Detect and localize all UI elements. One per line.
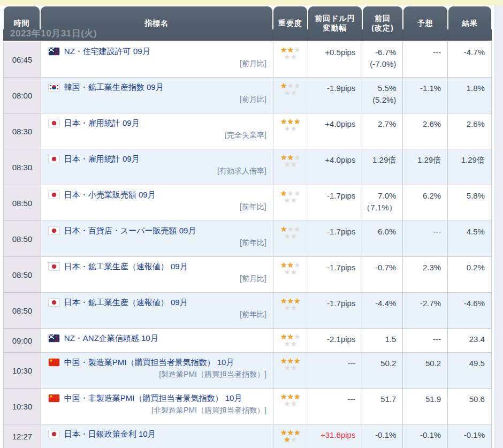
indicator-subtype: [前月比] — [49, 57, 266, 69]
previous-value: -0.1% — [362, 429, 396, 441]
star-icon: ★ — [284, 399, 291, 408]
star-icon: ★ — [291, 160, 298, 169]
star-icon: ★ — [284, 303, 291, 312]
time-cell: 08:30 — [4, 113, 41, 149]
column-header-indicator: 指標名 — [41, 6, 272, 40]
star-icon: ★ — [291, 124, 298, 133]
star-icon: ★ — [291, 399, 298, 408]
star-icon: ★ — [291, 435, 298, 444]
result-cell: 50.6 — [447, 389, 491, 424]
previous-value: -0.7% — [362, 262, 396, 274]
previous-value: 51.7 — [362, 393, 396, 405]
indicator-subtype: [完全失業率] — [49, 129, 266, 141]
column-header-label: 時間 — [14, 18, 30, 28]
table-row: 08:30 日本・雇用統計 09月 [完全失業率] ★★★★★ +4.0pips… — [3, 113, 492, 149]
pips-cell: --- — [308, 389, 362, 424]
indicator-link[interactable]: 日本・百貨店・スーパー販売額 09月 — [64, 225, 196, 237]
previous-cell: -0.7% — [362, 257, 402, 292]
indicator-subtype: [前年比] — [49, 308, 266, 320]
previous-revised-value: (5.2%) — [362, 94, 396, 106]
importance-stars: ★★★★★ — [273, 389, 308, 424]
star-icon: ★ — [291, 339, 298, 348]
indicator-link[interactable]: 日本・雇用統計 09月 — [64, 153, 140, 165]
column-header-label: 変動幅 — [323, 23, 347, 33]
country-flag-icon — [49, 394, 59, 402]
forecast-cell: 51.9 — [402, 389, 447, 424]
previous-value: 5.5% — [362, 82, 396, 94]
forecast-cell: 6.2% — [402, 185, 447, 221]
country-flag-icon — [49, 48, 59, 55]
star-icon: ★ — [284, 363, 291, 372]
indicator-link[interactable]: 中国・製造業PMI（購買担当者景気指数） 10月 — [64, 356, 234, 368]
result-cell: -4.6% — [447, 293, 491, 328]
indicator-cell: 日本・鉱工業生産（速報値） 09月 [前年比] — [41, 293, 273, 328]
forecast-cell: --- — [402, 221, 447, 256]
table-row: 09:00 NZ・ANZ企業信頼感 10月 ★★★★★ -2.1pips 1.5… — [3, 329, 492, 353]
previous-value: -6.7% — [362, 47, 396, 58]
pips-cell: -1.7pips — [308, 293, 362, 328]
star-icon: ★ — [291, 88, 298, 97]
indicator-link[interactable]: 日本・鉱工業生産（速報値） 09月 — [64, 261, 188, 272]
star-icon: ★ — [291, 232, 298, 240]
column-header-label: 結果 — [462, 18, 478, 28]
vertical-scrollbar[interactable] — [494, 5, 503, 448]
previous-cell: 1.5 — [362, 329, 402, 352]
result-cell: 1.8% — [447, 78, 491, 113]
top-accent-strip — [0, 0, 503, 5]
table-row: 12:27 日本・日銀政策金利 10月 ★★★★★ +31.6pips -0.1… — [3, 424, 492, 448]
column-header-result: 結果 — [448, 6, 491, 40]
previous-revised-value: (-7.0%) — [362, 58, 396, 70]
indicator-cell: 日本・雇用統計 09月 [有効求人倍率] — [41, 149, 273, 185]
indicator-link[interactable]: 日本・雇用統計 09月 — [64, 117, 140, 129]
column-header-pips: 前回ドル円変動幅 — [308, 6, 362, 40]
column-header-label: 前回ドル円 — [315, 13, 355, 23]
previous-cell: 1.29倍 — [362, 149, 402, 185]
country-flag-icon — [49, 155, 59, 163]
table-row: 08:30 日本・雇用統計 09月 [有効求人倍率] ★★★★★ +4.0pip… — [3, 149, 492, 185]
column-header-importance: 重要度 — [273, 6, 307, 40]
indicator-cell: 日本・雇用統計 09月 [完全失業率] — [41, 113, 273, 149]
table-header: 時間 指標名 重要度 前回ドル円変動幅 前回(改定) 予想 結果 2023年10… — [3, 5, 492, 42]
result-cell: 5.8% — [447, 185, 491, 221]
indicator-cell: 中国・製造業PMI（購買担当者景気指数） 10月 [製造業PMI（購買担当者指数… — [41, 353, 273, 388]
forecast-cell: -2.7% — [402, 293, 447, 328]
previous-cell: 2.7% — [362, 113, 402, 149]
star-icon: ★ — [291, 363, 298, 372]
star-icon: ★ — [291, 303, 298, 312]
country-flag-icon — [49, 227, 59, 234]
star-icon: ★ — [284, 435, 291, 444]
indicator-cell: 韓国・鉱工業生産指数 09月 [前月比] — [41, 78, 273, 113]
result-cell: -4.7% — [447, 42, 491, 77]
result-cell: 2.6% — [447, 113, 491, 149]
importance-stars: ★★★★★ — [273, 257, 308, 292]
importance-stars: ★★★★★ — [273, 293, 308, 328]
indicator-cell: 日本・日銀政策金利 10月 — [41, 424, 273, 448]
pips-cell: +4.0pips — [308, 149, 362, 185]
indicator-link[interactable]: 日本・小売業販売額 09月 — [64, 189, 156, 201]
column-header-time: 時間 — [4, 6, 40, 40]
indicator-link[interactable]: 中国・非製造業PMI（購買担当者景気指数） 10月 — [64, 392, 242, 404]
star-icon: ★ — [284, 196, 291, 204]
time-cell: 08:50 — [4, 257, 41, 292]
indicator-subtype: [製造業PMI（購買担当者指数）] — [49, 368, 266, 380]
indicator-link[interactable]: NZ・住宅建設許可 09月 — [64, 45, 150, 57]
result-cell: 0.2% — [447, 257, 491, 292]
forecast-cell: --- — [402, 329, 447, 352]
previous-value: 1.5 — [362, 333, 396, 345]
pips-cell: +31.6pips — [308, 424, 362, 448]
indicator-cell: 日本・鉱工業生産（速報値） 09月 [前月比] — [41, 257, 273, 292]
previous-revised-value: （7.1%） — [362, 202, 396, 214]
indicator-link[interactable]: NZ・ANZ企業信頼感 10月 — [64, 332, 158, 344]
indicator-link[interactable]: 日本・日銀政策金利 10月 — [64, 428, 156, 440]
country-flag-icon — [49, 359, 59, 366]
indicator-cell: NZ・ANZ企業信頼感 10月 — [41, 329, 273, 352]
previous-value: 6.0% — [362, 226, 396, 238]
indicator-subtype: [前月比] — [49, 93, 266, 105]
pips-cell: -1.9pips — [308, 78, 362, 113]
previous-cell: 7.0%（7.1%） — [362, 185, 402, 221]
indicator-link[interactable]: 韓国・鉱工業生産指数 09月 — [64, 81, 164, 93]
forecast-cell: 2.3% — [402, 257, 447, 292]
importance-stars: ★★★★★ — [273, 113, 308, 149]
indicator-link[interactable]: 日本・鉱工業生産（速報値） 09月 — [64, 297, 188, 308]
previous-cell: 6.0% — [362, 221, 402, 256]
